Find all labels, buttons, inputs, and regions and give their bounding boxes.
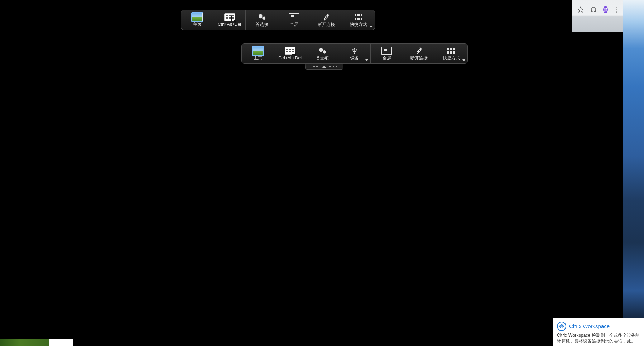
shortcuts-icon	[446, 47, 457, 54]
toolbar-label: 首选项	[316, 56, 329, 60]
home-icon	[253, 47, 263, 55]
toolbar-preferences-button[interactable]: 首选项	[246, 10, 278, 30]
toolbar-label: 断开连接	[410, 56, 428, 60]
toolbar-label: 设备	[350, 56, 359, 60]
toolbar-pull-tab[interactable]	[305, 64, 343, 70]
toolbar-label: 主页	[254, 56, 262, 60]
toolbar-label: 全屏	[383, 56, 391, 60]
disconnect-icon	[321, 14, 332, 21]
disconnect-icon	[414, 47, 424, 54]
chevron-down-icon	[370, 26, 373, 28]
extensions-icon[interactable]	[590, 6, 597, 13]
toolbar-label: 首选项	[255, 22, 268, 27]
toolbar-shortcuts-button[interactable]: 快捷方式	[342, 10, 375, 30]
browser-controls-corner: 鹏	[572, 0, 623, 32]
toolbar-label: 全屏	[290, 22, 298, 27]
bookmark-star-icon[interactable]	[577, 6, 584, 13]
browser-menu-button[interactable]	[614, 6, 618, 13]
host-window-sliver	[49, 339, 73, 346]
toolbar-shortcuts-button[interactable]: 快捷方式	[435, 44, 467, 63]
ctrl-alt-del-icon	[224, 14, 235, 21]
svg-marker-0	[578, 7, 583, 12]
grip-dots-icon	[329, 66, 337, 67]
toolbar-ctrl-alt-del-button[interactable]: Ctrl+Alt+Del	[274, 44, 306, 63]
toolbar-label: 快捷方式	[443, 56, 460, 60]
gear-icon	[317, 47, 328, 54]
avatar-initial: 鹏	[604, 7, 607, 13]
toolbar-label: 主页	[193, 22, 202, 27]
chevron-down-icon	[365, 59, 368, 61]
toolbar-ctrl-alt-del-button[interactable]: Ctrl+Alt+Del	[213, 10, 246, 30]
toolbar-devices-button[interactable]: 设备	[338, 44, 371, 63]
toolbar-label: Ctrl+Alt+Del	[218, 22, 241, 27]
toolbar-home-button[interactable]: 主页	[181, 10, 213, 30]
gear-icon	[256, 14, 267, 21]
shortcuts-icon	[353, 14, 364, 21]
citrix-workspace-toast[interactable]: Citrix Workspace Citrix Workspace 检测到一个或…	[553, 318, 644, 346]
toast-body: Citrix Workspace 检测到一个或多个设备的计算机。要将设备连接到您…	[557, 332, 640, 344]
toolbar-preferences-button[interactable]: 首选项	[306, 44, 338, 63]
home-icon	[192, 13, 203, 21]
toolbar-home-button[interactable]: 主页	[242, 44, 274, 63]
host-taskbar-sliver	[0, 339, 49, 346]
toolbar-label: 断开连接	[318, 22, 335, 27]
chevron-up-icon	[322, 66, 326, 68]
toolbar-fullscreen-button[interactable]: 全屏	[371, 44, 403, 63]
profile-avatar[interactable]: 鹏	[603, 6, 608, 13]
host-desktop-sliver	[623, 0, 644, 346]
toolbar-fullscreen-button[interactable]: 全屏	[278, 10, 310, 30]
ctrl-alt-del-icon	[285, 47, 295, 54]
toolbar-label: 快捷方式	[350, 22, 367, 27]
usb-icon	[349, 47, 360, 54]
toolbar-disconnect-button[interactable]: 断开连接	[403, 44, 435, 63]
citrix-toolbar-inner-wrap: 主页 Ctrl+Alt+Del 首选项 设备 全屏	[241, 43, 468, 70]
grip-dots-icon	[312, 66, 319, 67]
citrix-toolbar-inner: 主页 Ctrl+Alt+Del 首选项 设备 全屏	[241, 43, 468, 64]
toolbar-disconnect-button[interactable]: 断开连接	[310, 10, 342, 30]
chevron-down-icon	[462, 59, 465, 61]
toast-title: Citrix Workspace	[569, 323, 610, 329]
citrix-logo-icon	[557, 322, 566, 331]
citrix-toolbar-outer: 主页 Ctrl+Alt+Del 首选项 全屏 断开连接 快捷方式	[181, 10, 375, 30]
fullscreen-icon	[381, 47, 392, 54]
fullscreen-icon	[289, 14, 299, 21]
toolbar-label: Ctrl+Alt+Del	[278, 56, 302, 60]
